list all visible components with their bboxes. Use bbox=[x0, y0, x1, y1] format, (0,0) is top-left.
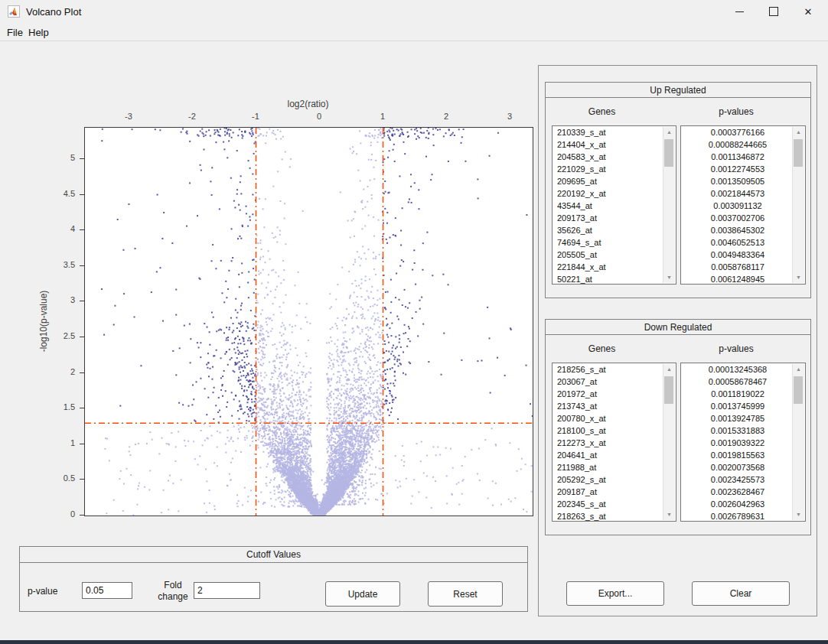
pvalue-item[interactable]: 0.0020073568 bbox=[681, 461, 805, 473]
gene-item[interactable]: 50221_at bbox=[553, 273, 676, 285]
down-pvalues-listbox[interactable]: ▲ ▼ 0.000132453680.000586784670.00118190… bbox=[680, 363, 806, 522]
scroll-thumb[interactable] bbox=[794, 376, 803, 404]
pvalue-item[interactable]: 0.003091132 bbox=[681, 200, 805, 212]
gene-item[interactable]: 209695_at bbox=[553, 175, 676, 187]
gene-item[interactable]: 209173_at bbox=[553, 212, 676, 224]
pvalue-item[interactable]: 0.0019039322 bbox=[681, 437, 805, 449]
y-tick-label: 4.5 bbox=[46, 189, 75, 198]
clear-button[interactable]: Clear bbox=[692, 581, 790, 606]
down-regulated-header: Down Regulated bbox=[545, 319, 811, 335]
maximize-button[interactable] bbox=[761, 0, 787, 23]
pvalue-item[interactable]: 0.0015331883 bbox=[681, 424, 805, 437]
pvalue-item[interactable]: 0.0026789631 bbox=[681, 510, 805, 522]
pvalue-item[interactable]: 0.0012274553 bbox=[681, 163, 805, 175]
gene-item[interactable]: 221029_s_at bbox=[553, 163, 676, 175]
gene-item[interactable]: 218256_s_at bbox=[553, 363, 676, 376]
close-icon: ✕ bbox=[804, 7, 813, 17]
gene-item[interactable]: 204583_x_at bbox=[553, 151, 676, 163]
pvalue-item[interactable]: 0.0011346872 bbox=[681, 151, 805, 163]
pvalue-item[interactable]: 0.0046052513 bbox=[681, 236, 805, 249]
gene-item[interactable]: 203067_at bbox=[553, 376, 676, 388]
pvalue-item[interactable]: 0.0011819022 bbox=[681, 388, 805, 400]
up-pvalues-scrollbar[interactable]: ▲ ▼ bbox=[792, 127, 804, 283]
gene-item[interactable]: 220192_x_at bbox=[553, 187, 676, 200]
gene-item[interactable]: 205292_s_at bbox=[553, 473, 676, 486]
pvalue-item[interactable]: 0.0037002706 bbox=[681, 212, 805, 224]
x-tick-label: -3 bbox=[117, 112, 140, 121]
y-tick-label: 0 bbox=[46, 509, 75, 519]
up-pvalues-header: p-values bbox=[680, 106, 792, 117]
gene-item[interactable]: 211988_at bbox=[553, 461, 676, 473]
gene-item[interactable]: 214404_x_at bbox=[553, 138, 676, 151]
gene-item[interactable]: 221844_x_at bbox=[553, 261, 676, 273]
down-genes-header: Genes bbox=[552, 343, 652, 354]
x-axis-label: log2(ratio) bbox=[84, 99, 532, 109]
menu-help[interactable]: Help bbox=[25, 25, 52, 40]
scroll-up-icon[interactable]: ▲ bbox=[793, 364, 804, 375]
volcano-scatter-canvas[interactable] bbox=[85, 128, 533, 516]
up-regulated-header: Up Regulated bbox=[545, 82, 811, 98]
gene-item[interactable]: 212273_x_at bbox=[553, 437, 676, 449]
reset-button[interactable]: Reset bbox=[428, 581, 503, 607]
gene-item[interactable]: 210339_s_at bbox=[553, 126, 676, 138]
gene-item[interactable]: 43544_at bbox=[553, 200, 676, 212]
maximize-icon bbox=[769, 7, 778, 16]
pvalue-input[interactable] bbox=[82, 582, 132, 599]
gene-item[interactable]: 218100_s_at bbox=[553, 424, 676, 437]
pvalue-item[interactable]: 0.0023628467 bbox=[681, 486, 805, 498]
x-tick-label: 2 bbox=[435, 112, 458, 121]
gene-item[interactable]: 201972_at bbox=[553, 388, 676, 400]
update-button[interactable]: Update bbox=[325, 581, 400, 607]
menu-file[interactable]: File bbox=[4, 25, 26, 40]
pvalue-item[interactable]: 0.0013509505 bbox=[681, 175, 805, 187]
gene-item[interactable]: 200780_x_at bbox=[553, 412, 676, 424]
pvalue-item[interactable]: 0.0013924785 bbox=[681, 412, 805, 424]
pvalue-item[interactable]: 0.0023425573 bbox=[681, 473, 805, 486]
pvalue-item[interactable]: 0.00058678467 bbox=[681, 376, 805, 388]
scroll-up-icon[interactable]: ▲ bbox=[793, 127, 804, 138]
gene-item[interactable]: 202345_s_at bbox=[553, 498, 676, 510]
gene-item[interactable]: 218263_s_at bbox=[553, 510, 676, 522]
menu-bar: File Help bbox=[0, 23, 828, 41]
fold-change-input[interactable] bbox=[194, 582, 260, 599]
up-pvalues-listbox[interactable]: ▲ ▼ 0.00037761660.000882446650.001134687… bbox=[680, 125, 806, 285]
down-pvalues-scrollbar[interactable]: ▲ ▼ bbox=[792, 364, 804, 520]
down-genes-listbox[interactable]: ▲ ▼ 218256_s_at203067_at201972_at213743_… bbox=[552, 363, 676, 522]
up-genes-header: Genes bbox=[552, 106, 652, 117]
pvalue-item[interactable]: 0.0019815563 bbox=[681, 449, 805, 461]
scroll-thumb[interactable] bbox=[794, 139, 803, 167]
y-tick-label: 2 bbox=[46, 367, 75, 376]
minimize-button[interactable] bbox=[726, 0, 752, 23]
gene-item[interactable]: 209187_at bbox=[553, 486, 676, 498]
scroll-thumb[interactable] bbox=[664, 139, 673, 167]
up-genes-scrollbar[interactable]: ▲ ▼ bbox=[663, 127, 675, 283]
scroll-down-icon[interactable]: ▼ bbox=[663, 272, 675, 283]
pvalue-item[interactable]: 0.0038645302 bbox=[681, 224, 805, 236]
export-button[interactable]: Export... bbox=[566, 581, 664, 606]
scroll-up-icon[interactable]: ▲ bbox=[663, 364, 675, 375]
gene-item[interactable]: 205505_at bbox=[553, 249, 676, 261]
pvalue-item[interactable]: 0.00013245368 bbox=[681, 363, 805, 376]
scroll-down-icon[interactable]: ▼ bbox=[793, 509, 804, 520]
gene-item[interactable]: 213743_at bbox=[553, 400, 676, 412]
gene-item[interactable]: 35626_at bbox=[553, 224, 676, 236]
pvalue-item[interactable]: 0.0021844573 bbox=[681, 187, 805, 200]
gene-item[interactable]: 204641_at bbox=[553, 449, 676, 461]
pvalue-item[interactable]: 0.0003776166 bbox=[681, 126, 805, 138]
scroll-down-icon[interactable]: ▼ bbox=[663, 509, 675, 520]
x-tick-label: -1 bbox=[244, 112, 267, 121]
pvalue-item[interactable]: 0.0058768117 bbox=[681, 261, 805, 273]
pvalue-item[interactable]: 0.00088244665 bbox=[681, 138, 805, 151]
scroll-thumb[interactable] bbox=[664, 376, 673, 404]
pvalue-item[interactable]: 0.0013745999 bbox=[681, 400, 805, 412]
pvalue-item[interactable]: 0.0026042963 bbox=[681, 498, 805, 510]
plot-area bbox=[84, 127, 533, 516]
down-genes-scrollbar[interactable]: ▲ ▼ bbox=[663, 364, 675, 520]
gene-item[interactable]: 74694_s_at bbox=[553, 236, 676, 249]
pvalue-item[interactable]: 0.0049483364 bbox=[681, 249, 805, 261]
pvalue-item[interactable]: 0.0061248945 bbox=[681, 273, 805, 285]
up-genes-listbox[interactable]: ▲ ▼ 210339_s_at214404_x_at204583_x_at221… bbox=[552, 125, 676, 285]
close-button[interactable]: ✕ bbox=[795, 0, 821, 23]
scroll-down-icon[interactable]: ▼ bbox=[793, 272, 804, 283]
scroll-up-icon[interactable]: ▲ bbox=[663, 127, 675, 138]
